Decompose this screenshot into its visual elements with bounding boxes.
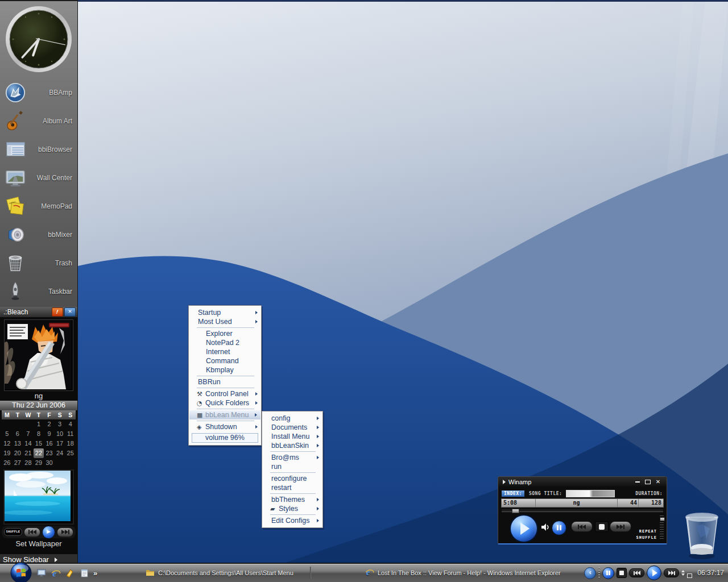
calendar-day-19[interactable]: 19 bbox=[2, 448, 13, 458]
submenu-item-styles[interactable]: ▰Styles bbox=[262, 504, 322, 513]
tray-pause-button[interactable] bbox=[602, 567, 614, 579]
dock-item-trash[interactable]: Trash bbox=[0, 249, 77, 277]
calendar-day-17[interactable]: 17 bbox=[55, 439, 65, 448]
recycle-bin-icon[interactable] bbox=[684, 509, 720, 564]
calendar-day-22[interactable]: 22 bbox=[34, 448, 44, 458]
calendar-day-26[interactable]: 26 bbox=[2, 458, 13, 468]
tray-clock[interactable]: 06:37:17 bbox=[697, 569, 724, 577]
calendar-day-3[interactable]: 3 bbox=[55, 419, 65, 429]
menu-item-bblean-menu[interactable]: ■bbLean Menu bbox=[189, 410, 260, 419]
submenu-item-bro-ms[interactable]: Bro@ms bbox=[262, 453, 322, 462]
calendar-day-24[interactable]: 24 bbox=[55, 448, 65, 458]
quicklaunch-gold-arrow-icon[interactable] bbox=[65, 568, 75, 578]
calendar-day-28[interactable]: 28 bbox=[23, 458, 34, 468]
submenu-item-bbleanskin[interactable]: bbLeanSkin bbox=[262, 441, 322, 450]
repeat-toggle[interactable]: REPEAT bbox=[639, 529, 657, 534]
taskbar-task-start-menu[interactable]: C:\Documents and Settings\All Users\Star… bbox=[146, 566, 308, 580]
calendar-day-14[interactable]: 14 bbox=[23, 439, 34, 448]
minimize-icon[interactable] bbox=[632, 477, 643, 486]
overflow-chevron-icon[interactable]: » bbox=[93, 569, 97, 577]
set-wallpaper-button[interactable]: Set Wallpaper bbox=[0, 538, 77, 549]
submenu-item-edit-configs[interactable]: Edit Configs bbox=[262, 516, 322, 525]
calendar-day-12[interactable]: 12 bbox=[2, 439, 13, 448]
menu-item-shutdown[interactable]: ◈Shutdown bbox=[189, 422, 261, 431]
calendar-day-10[interactable]: 10 bbox=[55, 429, 65, 439]
stop-button[interactable] bbox=[595, 521, 609, 532]
quicklaunch-notepad-icon[interactable] bbox=[79, 568, 89, 578]
calendar-day-6[interactable]: 6 bbox=[13, 429, 23, 439]
close-icon[interactable]: ✕ bbox=[64, 307, 76, 317]
previous-track-button[interactable] bbox=[571, 521, 593, 532]
tray-next-button[interactable] bbox=[664, 568, 679, 577]
taskbar-task-internet-explorer[interactable]: e Lost In The Box :: View Forum - Help! … bbox=[365, 566, 573, 580]
tray-play-button[interactable] bbox=[647, 566, 661, 580]
submenu-item-install-menu[interactable]: Install Menu bbox=[262, 432, 322, 441]
menu-item-startup[interactable]: Startup bbox=[189, 308, 261, 317]
calendar-day-9[interactable]: 9 bbox=[44, 429, 55, 439]
menu-item-volume-96[interactable]: volume 96% bbox=[192, 433, 258, 443]
dock-item-taskbar[interactable]: Taskbar bbox=[0, 277, 77, 306]
maximize-icon[interactable] bbox=[643, 477, 653, 486]
menu-item-command[interactable]: Command bbox=[189, 356, 261, 365]
submenu-item-config[interactable]: config bbox=[262, 414, 322, 423]
pause-button[interactable] bbox=[552, 521, 566, 535]
wallpaper-preview-image[interactable] bbox=[3, 469, 74, 525]
calendar-day-13[interactable]: 13 bbox=[13, 439, 23, 448]
calendar-day-20[interactable]: 20 bbox=[13, 448, 23, 458]
next-track-button[interactable] bbox=[610, 521, 631, 532]
analog-clock[interactable] bbox=[0, 1, 77, 78]
winamp-titlebar[interactable]: Winamp ✕ bbox=[498, 477, 667, 487]
menu-item-internet[interactable]: Internet bbox=[189, 347, 261, 356]
bleach-titlebar[interactable]: .:Bleach ! ✕ bbox=[0, 307, 77, 317]
calendar-day-4[interactable]: 4 bbox=[65, 419, 76, 429]
submenu-item-run[interactable]: run bbox=[262, 462, 322, 471]
calendar-day-23[interactable]: 23 bbox=[44, 448, 55, 458]
winamp-menu-icon[interactable] bbox=[503, 480, 506, 484]
tray-previous-button[interactable] bbox=[629, 568, 644, 577]
calendar-day-2[interactable]: 2 bbox=[44, 419, 55, 429]
quicklaunch-display-icon[interactable] bbox=[36, 568, 47, 578]
submenu-item-restart[interactable]: restart bbox=[262, 483, 322, 492]
menu-item-kbmplay[interactable]: Kbmplay bbox=[189, 365, 261, 375]
volume-slider[interactable] bbox=[660, 516, 664, 541]
dock-item-album-art[interactable]: Album Art bbox=[0, 107, 77, 135]
calendar-day-8[interactable]: 8 bbox=[34, 429, 44, 439]
tray-chevron-icon[interactable]: ‹ bbox=[584, 567, 596, 579]
previous-wallpaper-button[interactable] bbox=[24, 527, 40, 537]
submenu-item-bbthemes[interactable]: bbThemes bbox=[262, 495, 322, 504]
calendar-day-25[interactable]: 25 bbox=[65, 448, 76, 458]
next-wallpaper-button[interactable] bbox=[57, 527, 73, 537]
volume-speaker-icon[interactable] bbox=[540, 522, 550, 534]
play-button[interactable] bbox=[510, 514, 538, 543]
submenu-item-reconfigure[interactable]: reconfigure bbox=[262, 474, 322, 483]
index-button[interactable]: INDEX: bbox=[501, 490, 525, 497]
calendar-day-16[interactable]: 16 bbox=[44, 439, 55, 448]
tray-scroll-arrows[interactable] bbox=[681, 570, 685, 576]
submenu-item-documents[interactable]: Documents bbox=[262, 423, 322, 432]
tray-stop-button[interactable] bbox=[617, 568, 627, 578]
tray-grip-handle[interactable] bbox=[598, 568, 600, 578]
calendar-day-5[interactable]: 5 bbox=[2, 429, 13, 439]
calendar-day-15[interactable]: 15 bbox=[34, 439, 44, 448]
progress-bar[interactable] bbox=[566, 490, 615, 497]
calendar-day-29[interactable]: 29 bbox=[34, 458, 44, 468]
pin-icon[interactable]: ! bbox=[52, 307, 63, 317]
menu-item-notepad-2[interactable]: NotePad 2 bbox=[189, 338, 261, 347]
dock-item-wall-center[interactable]: Wall Center bbox=[0, 164, 77, 192]
restore-window-icon[interactable] bbox=[687, 573, 692, 578]
menu-item-most-used[interactable]: Most Used bbox=[189, 317, 261, 326]
menu-item-quick-folders[interactable]: ◔Quick Folders bbox=[189, 398, 261, 408]
menu-item-control-panel[interactable]: ⚒Control Panel bbox=[189, 389, 261, 398]
shuffle-button[interactable]: SHUFFLE bbox=[4, 528, 22, 536]
calendar-day-7[interactable]: 7 bbox=[23, 429, 34, 439]
calendar-day-21[interactable]: 21 bbox=[23, 448, 34, 458]
close-icon[interactable]: ✕ bbox=[653, 477, 663, 486]
calendar-day-18[interactable]: 18 bbox=[65, 439, 76, 448]
start-button[interactable] bbox=[10, 562, 32, 582]
winamp-window[interactable]: Winamp ✕ INDEX: SONG TITLE: DURATION: 5:… bbox=[498, 476, 667, 544]
dock-item-memopad[interactable]: MEMOMemoPad bbox=[0, 192, 77, 221]
dock-item-bbmixer[interactable]: bbMixer bbox=[0, 221, 77, 249]
dock-item-bbibrowser[interactable]: bbiBrowser bbox=[0, 135, 77, 164]
calendar-day-27[interactable]: 27 bbox=[13, 458, 23, 468]
menu-item-explorer[interactable]: Explorer bbox=[189, 329, 261, 338]
